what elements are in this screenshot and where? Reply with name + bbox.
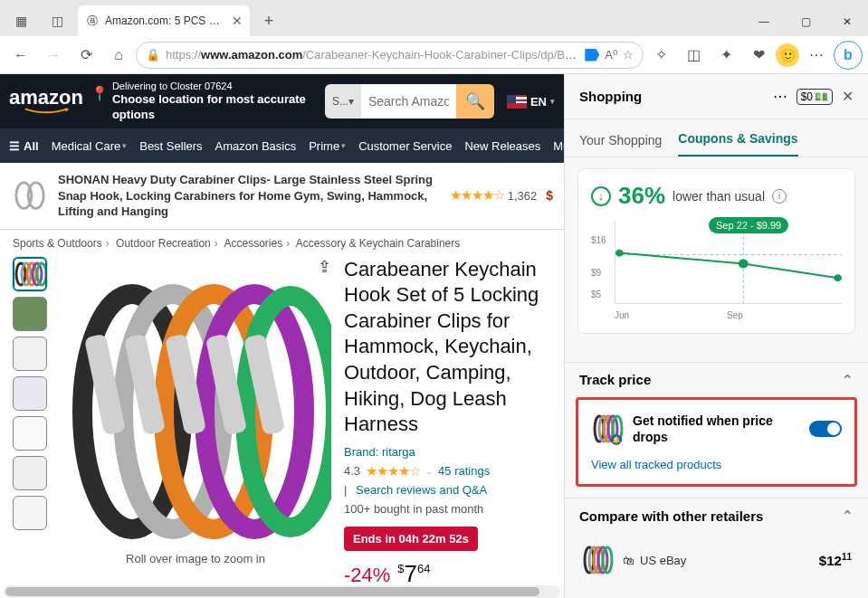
bag-icon: 🛍: [623, 554, 634, 567]
rewards-icon[interactable]: ❤: [743, 40, 774, 71]
search-icon: 🔍: [465, 91, 485, 111]
sidepanel-title: Shopping: [579, 89, 764, 104]
maximize-button[interactable]: ▢: [785, 7, 826, 36]
sidepanel-tabs: Your Shopping Coupons & Savings: [565, 119, 868, 157]
notify-toggle[interactable]: [809, 421, 842, 437]
amazon-nav: ☰All Medical Care▾ Best Sellers Amazon B…: [0, 128, 564, 163]
ratings-link[interactable]: 45 ratings: [438, 464, 490, 478]
tab-your-shopping[interactable]: Your Shopping: [579, 133, 662, 157]
percent-lower: 36%: [618, 182, 665, 210]
notify-text: Get notified when price drops: [633, 413, 800, 445]
collections-icon[interactable]: ✦: [711, 40, 741, 71]
deal-timer: Ends in 04h 22m 52s: [344, 527, 478, 551]
thumbnail-6[interactable]: [13, 456, 47, 490]
crumb-3[interactable]: Accessories: [224, 237, 282, 250]
thumbnail-2[interactable]: [13, 297, 47, 331]
cashback-badge[interactable]: $0💵: [796, 89, 833, 105]
location-pin-icon: 📍: [91, 85, 109, 123]
promo-text: SHONAN Heavy Duty Carabiner Clips- Large…: [58, 172, 441, 220]
main-image-area: ⇪: [60, 257, 331, 598]
thumbnail-3[interactable]: [13, 337, 47, 371]
chevron-up-icon: ⌃: [842, 372, 854, 388]
workspaces-icon[interactable]: ◫: [42, 5, 72, 36]
chevron-down-icon[interactable]: ⌄: [425, 467, 433, 476]
shopping-sidepanel: Shopping ⋯ $0💵 ✕ Your Shopping Coupons &…: [564, 74, 868, 598]
product-image[interactable]: [60, 280, 331, 543]
forward-button[interactable]: →: [38, 40, 69, 71]
price: $764: [397, 560, 430, 588]
minimize-button[interactable]: —: [743, 7, 785, 36]
info-icon[interactable]: i: [772, 189, 787, 204]
share-icon[interactable]: ⇪: [318, 257, 331, 277]
track-price-card: 🔔 Get notified when price drops View all…: [576, 397, 857, 487]
reviews-link[interactable]: Search reviews and Q&A: [356, 483, 487, 497]
nav-music[interactable]: Music: [553, 139, 564, 153]
close-tab-icon[interactable]: ✕: [232, 14, 243, 28]
svg-point-21: [834, 274, 842, 281]
crumb-2[interactable]: Outdoor Recreation: [116, 237, 211, 250]
tab-title: Amazon.com: 5 PCS Carabeaner: [105, 14, 226, 27]
amazon-logo[interactable]: amazon: [9, 88, 83, 115]
view-tracked-link[interactable]: View all tracked products: [591, 458, 842, 471]
thumbnail-5[interactable]: [13, 416, 47, 451]
zoom-hint: Roll over image to zoom in: [126, 552, 265, 565]
url-text: https://www.amazon.com/Carabeaner-Keycha…: [166, 48, 579, 62]
track-price-header[interactable]: Track price⌃: [565, 362, 868, 397]
address-bar[interactable]: 🔒 https://www.amazon.com/Carabeaner-Keyc…: [136, 42, 644, 69]
search-button[interactable]: 🔍: [456, 84, 494, 119]
nav-basics[interactable]: Amazon Basics: [215, 139, 297, 153]
thumbnail-1[interactable]: [13, 257, 47, 291]
amazon-page: amazon 📍 Delivering to Closter 07624 Cho…: [0, 74, 564, 598]
brand-link[interactable]: Brand: ritarga: [344, 445, 415, 459]
retailer-name: 🛍US eBay: [623, 554, 686, 567]
shopping-tag-icon[interactable]: [585, 49, 599, 62]
nav-best-sellers[interactable]: Best Sellers: [139, 139, 202, 153]
sponsored-banner[interactable]: SHONAN Heavy Duty Carabiner Clips- Large…: [0, 163, 564, 230]
language-selector[interactable]: EN▾: [507, 95, 555, 109]
thumbnail-4[interactable]: [13, 376, 47, 411]
horizontal-scrollbar[interactable]: [4, 585, 560, 598]
search-input[interactable]: [361, 84, 456, 119]
back-button[interactable]: ←: [5, 40, 36, 71]
bing-chat-icon[interactable]: b: [834, 41, 863, 70]
discount-percent: -24%: [344, 564, 390, 587]
compare-thumb: [581, 544, 614, 576]
nav-new[interactable]: New Releases: [464, 139, 540, 153]
percent-label: lower than usual: [672, 189, 765, 204]
extensions-icon[interactable]: ✧: [645, 40, 676, 71]
more-icon[interactable]: ⋯: [801, 40, 832, 71]
lock-icon: 🔒: [146, 48, 160, 62]
reader-icon[interactable]: A⁰: [605, 48, 617, 62]
favorite-icon[interactable]: ☆: [623, 48, 634, 62]
retailer-price: $1211: [819, 552, 852, 568]
more-icon[interactable]: ⋯: [773, 88, 787, 105]
promo-rating: ★★★★☆ 1,362: [450, 187, 538, 204]
split-icon[interactable]: ◫: [678, 40, 709, 71]
crumb-4[interactable]: Accessory & Keychain Carabiners: [296, 237, 460, 250]
new-tab-button[interactable]: +: [255, 12, 282, 31]
deliver-to[interactable]: 📍 Delivering to Closter 07624 Choose loc…: [91, 80, 318, 123]
tab-actions-icon[interactable]: ▦: [5, 5, 36, 36]
crumb-1[interactable]: Sports & Outdoors: [13, 237, 102, 250]
nav-cs[interactable]: Customer Service: [358, 139, 452, 153]
browser-toolbar: ← → ⟳ ⌂ 🔒 https://www.amazon.com/Carabea…: [0, 36, 868, 74]
nav-prime[interactable]: Prime▾: [309, 139, 346, 153]
refresh-button[interactable]: ⟳: [71, 40, 101, 71]
compare-row[interactable]: 🛍US eBay $1211: [577, 533, 855, 587]
nav-all[interactable]: ☰All: [9, 139, 39, 153]
search-category[interactable]: S... ▾: [325, 84, 361, 119]
compare-header[interactable]: Compare with other retailers⌃: [565, 498, 868, 533]
stars-icon: ★★★★☆: [450, 187, 504, 204]
thumbnail-7[interactable]: [13, 496, 47, 530]
close-panel-icon[interactable]: ✕: [842, 88, 854, 105]
svg-point-20: [739, 260, 749, 269]
price-history-card: ↓ 36% lower than usual i Sep 22 - $9.99 …: [577, 168, 855, 334]
home-button[interactable]: ⌂: [103, 40, 134, 71]
profile-avatar[interactable]: 🙂: [776, 43, 799, 67]
close-window-button[interactable]: ✕: [826, 7, 868, 36]
nav-medical[interactable]: Medical Care▾: [52, 139, 128, 153]
deliver-line2: Choose location for most accurate option…: [112, 92, 318, 123]
browser-tab[interactable]: ⓐ Amazon.com: 5 PCS Carabeaner ✕: [78, 5, 250, 36]
price-chart[interactable]: Sep 22 - $9.99 $16 $9 $5: [591, 221, 842, 320]
tab-coupons-savings[interactable]: Coupons & Savings: [678, 131, 797, 157]
